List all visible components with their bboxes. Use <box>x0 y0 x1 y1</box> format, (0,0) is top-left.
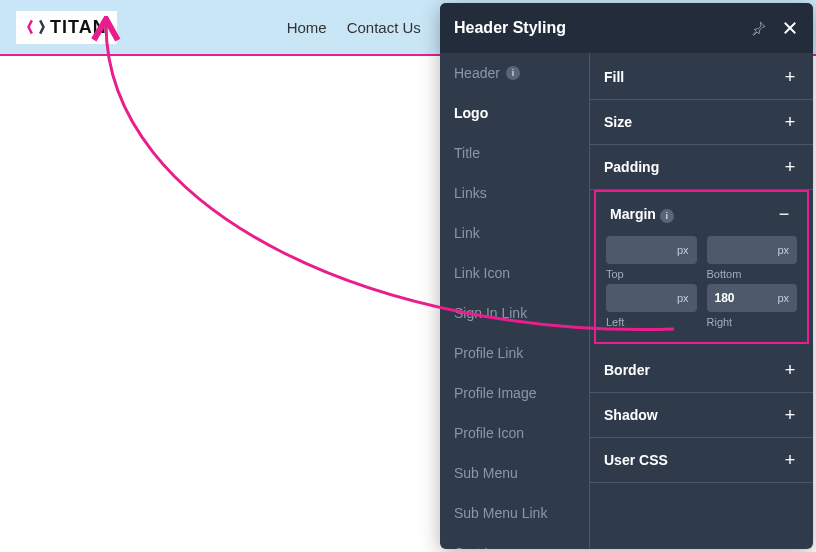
nav-contact[interactable]: Contact Us <box>347 19 421 36</box>
margin-left-input[interactable]: px <box>606 284 697 312</box>
section-margin: Margin i − px Top px Bottom <box>594 190 809 344</box>
minus-icon: − <box>775 205 793 223</box>
left-item-profile-link[interactable]: Profile Link <box>440 333 589 373</box>
section-fill[interactable]: Fill+ <box>590 55 813 99</box>
panel-left-list: Headeri Logo Title Links Link Link Icon … <box>440 53 590 549</box>
logo[interactable]: TITAN <box>16 11 117 44</box>
logo-icon <box>26 17 46 37</box>
plus-icon: + <box>781 113 799 131</box>
plus-icon: + <box>781 68 799 86</box>
left-item-profile-image[interactable]: Profile Image <box>440 373 589 413</box>
plus-icon: + <box>781 451 799 469</box>
margin-bottom-label: Bottom <box>707 268 798 280</box>
pin-icon[interactable] <box>751 20 767 36</box>
plus-icon: + <box>781 158 799 176</box>
logo-text: TITAN <box>50 17 107 38</box>
section-border[interactable]: Border+ <box>590 348 813 392</box>
left-item-logo[interactable]: Logo <box>440 93 589 133</box>
margin-top-label: Top <box>606 268 697 280</box>
panel-right-sections: Fill+ Size+ Padding+ Margin i − px Top p… <box>590 53 813 549</box>
header-styling-panel: Header Styling Headeri Logo Title Links … <box>440 3 813 549</box>
info-badge-icon: i <box>660 209 674 223</box>
section-padding[interactable]: Padding+ <box>590 145 813 189</box>
panel-header: Header Styling <box>440 3 813 53</box>
plus-icon: + <box>781 406 799 424</box>
close-icon[interactable] <box>781 19 799 37</box>
margin-left-label: Left <box>606 316 697 328</box>
section-user-css[interactable]: User CSS+ <box>590 438 813 482</box>
section-margin-head[interactable]: Margin i − <box>596 192 807 236</box>
margin-bottom-input[interactable]: px <box>707 236 798 264</box>
nav: Home Contact Us <box>287 19 421 36</box>
left-item-link-icon[interactable]: Link Icon <box>440 253 589 293</box>
left-item-sub-menu[interactable]: Sub Menu <box>440 453 589 493</box>
left-item-sign-in-link[interactable]: Sign In Link <box>440 293 589 333</box>
margin-top-input[interactable]: px <box>606 236 697 264</box>
panel-title: Header Styling <box>454 19 751 37</box>
section-shadow[interactable]: Shadow+ <box>590 393 813 437</box>
margin-right-label: Right <box>707 316 798 328</box>
left-item-links[interactable]: Links <box>440 173 589 213</box>
left-item-profile-icon[interactable]: Profile Icon <box>440 413 589 453</box>
plus-icon: + <box>781 361 799 379</box>
left-item-link[interactable]: Link <box>440 213 589 253</box>
left-item-sub-menu-link[interactable]: Sub Menu Link <box>440 493 589 533</box>
left-item-header[interactable]: Headeri <box>440 53 589 93</box>
nav-home[interactable]: Home <box>287 19 327 36</box>
info-badge-icon: i <box>506 66 520 80</box>
left-item-title[interactable]: Title <box>440 133 589 173</box>
left-item-cart-icon[interactable]: Cart Icon <box>440 533 589 549</box>
section-size[interactable]: Size+ <box>590 100 813 144</box>
margin-right-input[interactable]: 180px <box>707 284 798 312</box>
